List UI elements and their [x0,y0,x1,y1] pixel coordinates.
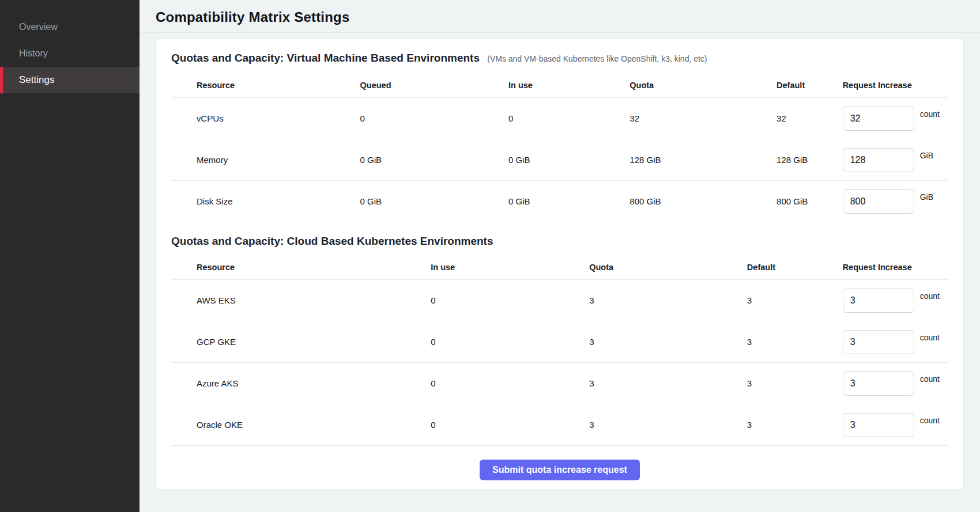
vcpus-request-input[interactable] [843,107,914,131]
request-increase-cell: GiB [843,148,948,172]
table-row-aws-eks: AWS EKS 0 3 3 count [171,280,948,321]
column-header-default: Default [777,81,843,90]
unit-label: count [920,109,940,119]
resource-label: AWS EKS [171,295,431,305]
quota-value: 3 [589,420,747,430]
column-header-queued: Queued [360,81,508,90]
aws-eks-request-input[interactable] [843,289,914,313]
request-increase-cell: count [843,413,948,437]
default-value: 32 [777,113,843,123]
unit-label: GiB [920,151,933,160]
cloud-quotas-table: Resource In use Quota Default Request In… [171,255,948,446]
queued-value: 0 [360,113,508,123]
quota-value: 3 [589,378,747,388]
sidebar-item-overview-label: Overview [19,22,58,32]
default-value: 128 GiB [777,155,843,165]
unit-label: count [920,291,940,301]
sidebar-item-settings[interactable]: Settings [0,67,140,93]
submit-quota-increase-button[interactable]: Submit quota increase request [480,460,640,480]
table-row-oracle-oke: Oracle OKE 0 3 3 count [171,404,948,446]
default-value: 3 [747,295,843,305]
quota-value: 32 [630,113,777,123]
sidebar-item-history[interactable]: History [0,40,140,67]
table-row-azure-aks: Azure AKS 0 3 3 count [171,363,948,404]
vm-quotas-table: Resource Queued In use Quota Default Req… [171,73,948,222]
table-row-vcpus: vCPUs 0 0 32 32 count [171,98,948,139]
column-header-request-increase: Request Increase [843,81,948,90]
gcp-gke-request-input[interactable] [843,330,914,354]
in-use-value: 0 [431,420,589,430]
cloud-section-title-text: Quotas and Capacity: Cloud Based Kuberne… [171,235,493,247]
request-increase-cell: count [843,330,948,354]
column-header-quota: Quota [589,263,747,272]
in-use-value: 0 [508,113,630,123]
default-value: 3 [747,337,843,347]
unit-label: count [920,333,940,342]
column-header-resource: Resource [171,263,431,272]
column-header-resource: Resource [171,81,360,90]
in-use-value: 0 [431,378,589,388]
oracle-oke-request-input[interactable] [843,413,914,437]
table-row-gcp-gke: GCP GKE 0 3 3 count [171,321,948,363]
column-header-quota: Quota [630,81,777,90]
sidebar: Overview History Settings [0,0,140,512]
resource-label: Oracle OKE [171,420,431,430]
request-increase-cell: GiB [843,189,948,214]
resource-label: Memory [171,155,360,165]
sidebar-item-overview[interactable]: Overview [0,14,140,40]
resource-label: Azure AKS [171,378,431,388]
submit-button-row: Submit quota increase request [171,446,948,480]
table-row-memory: Memory 0 GiB 0 GiB 128 GiB 128 GiB GiB [171,139,948,181]
table-row-disk-size: Disk Size 0 GiB 0 GiB 800 GiB 800 GiB Gi… [171,181,948,222]
page-header: Compatibility Matrix Settings [140,0,980,33]
unit-label: count [920,374,940,384]
column-header-in-use: In use [508,81,630,90]
disk-size-request-input[interactable] [843,189,914,214]
sidebar-item-settings-label: Settings [19,74,54,86]
quota-value: 128 GiB [630,155,777,165]
default-value: 3 [747,378,843,388]
cloud-table-header-row: Resource In use Quota Default Request In… [171,255,948,280]
in-use-value: 0 GiB [508,196,630,206]
resource-label: GCP GKE [171,337,431,347]
main-content: Compatibility Matrix Settings Quotas and… [140,0,980,512]
column-header-default: Default [747,263,843,272]
in-use-value: 0 [431,337,589,347]
quota-value: 3 [589,295,747,305]
in-use-value: 0 [431,295,589,305]
queued-value: 0 GiB [360,155,508,165]
vm-section-title-text: Quotas and Capacity: Virtual Machine Bas… [171,52,480,64]
quota-value: 3 [589,337,747,347]
page-title: Compatibility Matrix Settings [156,9,964,25]
resource-label: Disk Size [171,196,360,206]
resource-label: vCPUs [171,113,360,123]
quota-value: 800 GiB [630,196,777,206]
request-increase-cell: count [843,371,948,396]
unit-label: count [920,416,940,425]
in-use-value: 0 GiB [508,155,630,165]
default-value: 3 [747,420,843,430]
column-header-in-use: In use [431,263,589,272]
memory-request-input[interactable] [843,148,914,172]
cloud-section-title: Quotas and Capacity: Cloud Based Kuberne… [171,235,948,248]
unit-label: GiB [920,192,933,202]
vm-table-header-row: Resource Queued In use Quota Default Req… [171,73,948,98]
column-header-request-increase: Request Increase [843,263,948,272]
queued-value: 0 GiB [360,196,508,206]
request-increase-cell: count [843,107,948,131]
quotas-card: Quotas and Capacity: Virtual Machine Bas… [156,39,964,490]
sidebar-item-history-label: History [19,48,48,59]
azure-aks-request-input[interactable] [843,371,914,396]
vm-section-title: Quotas and Capacity: Virtual Machine Bas… [171,52,948,65]
request-increase-cell: count [843,289,948,313]
vm-section-subtitle: (VMs and VM-based Kubernetes like OpenSh… [487,54,707,63]
default-value: 800 GiB [777,196,843,206]
